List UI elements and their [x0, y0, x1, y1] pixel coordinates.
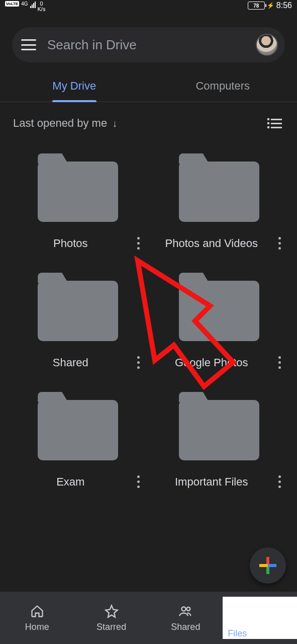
folder-label: Shared	[10, 356, 131, 370]
more-options-icon[interactable]	[272, 353, 287, 372]
bottom-nav: Home Starred Shared Files	[0, 592, 297, 644]
more-options-icon[interactable]	[131, 234, 146, 253]
nav-shared[interactable]: Shared	[149, 592, 223, 644]
account-avatar[interactable]	[256, 34, 278, 56]
speed-unit: K/s	[38, 7, 46, 12]
people-icon	[178, 604, 193, 619]
nav-starred[interactable]: Starred	[74, 592, 149, 644]
status-bar: VoLTE 4G 0 K/s 78 ⚡ 8:56	[0, 0, 297, 15]
folder-label: Google Photos	[151, 356, 272, 370]
folder-important-files[interactable]: Important Files	[151, 392, 287, 491]
folder-photos[interactable]: Photos	[10, 153, 146, 253]
battery-icon: 78	[248, 2, 265, 10]
more-options-icon[interactable]	[131, 472, 146, 491]
folder-icon[interactable]	[179, 162, 259, 222]
folder-icon[interactable]	[38, 400, 118, 460]
nav-label: Files	[228, 628, 247, 639]
view-toggle-icon[interactable]	[265, 116, 284, 130]
tab-my-drive[interactable]: My Drive	[0, 71, 149, 102]
nav-files[interactable]: Files	[223, 592, 297, 644]
more-options-icon[interactable]	[272, 234, 287, 253]
plus-icon	[259, 557, 276, 574]
home-icon	[30, 604, 45, 619]
nav-home[interactable]: Home	[0, 592, 74, 644]
folder-icon[interactable]	[38, 281, 118, 341]
folder-icon[interactable]	[179, 400, 259, 460]
status-right: 78 ⚡ 8:56	[248, 1, 292, 10]
folder-grid: Photos Photos and Videos Shared Google P…	[0, 130, 297, 491]
folder-shared[interactable]: Shared	[10, 273, 146, 372]
folder-icon[interactable]	[38, 162, 118, 222]
network-generation-label: 4G	[21, 1, 28, 7]
folder-icon[interactable]	[179, 281, 259, 341]
nav-label: Starred	[96, 622, 126, 632]
folder-photos-and-videos[interactable]: Photos and Videos	[151, 153, 287, 253]
sort-by-label: Last opened by me	[13, 117, 107, 130]
data-speed-indicator: 0 K/s	[38, 1, 46, 12]
nav-label: Home	[25, 622, 49, 632]
sort-by-button[interactable]: Last opened by me ↓	[13, 117, 117, 130]
arrow-down-icon: ↓	[112, 118, 117, 129]
folder-label: Important Files	[151, 475, 272, 489]
signal-icon	[30, 1, 36, 8]
battery-percent: 78	[253, 3, 259, 9]
status-left: VoLTE 4G 0 K/s	[5, 1, 45, 12]
drive-tabs: My Drive Computers	[0, 71, 297, 102]
tab-computers[interactable]: Computers	[149, 71, 298, 102]
folder-label: Exam	[10, 475, 131, 489]
volte-badge: VoLTE	[5, 1, 19, 7]
star-icon	[104, 604, 119, 619]
more-options-icon[interactable]	[272, 472, 287, 491]
folder-google-photos[interactable]: Google Photos	[151, 273, 287, 372]
clock: 8:56	[276, 1, 292, 10]
nav-label: Shared	[171, 622, 200, 632]
menu-icon[interactable]	[21, 39, 36, 50]
svg-point-1	[187, 607, 190, 610]
search-bar[interactable]: Search in Drive	[12, 27, 285, 62]
charging-icon: ⚡	[267, 2, 274, 9]
folder-exam[interactable]: Exam	[10, 392, 146, 491]
folder-label: Photos and Videos	[151, 236, 272, 251]
more-options-icon[interactable]	[131, 353, 146, 372]
search-placeholder[interactable]: Search in Drive	[47, 37, 245, 53]
folder-label: Photos	[10, 236, 131, 251]
new-fab-button[interactable]	[250, 547, 286, 584]
svg-point-0	[182, 607, 186, 611]
